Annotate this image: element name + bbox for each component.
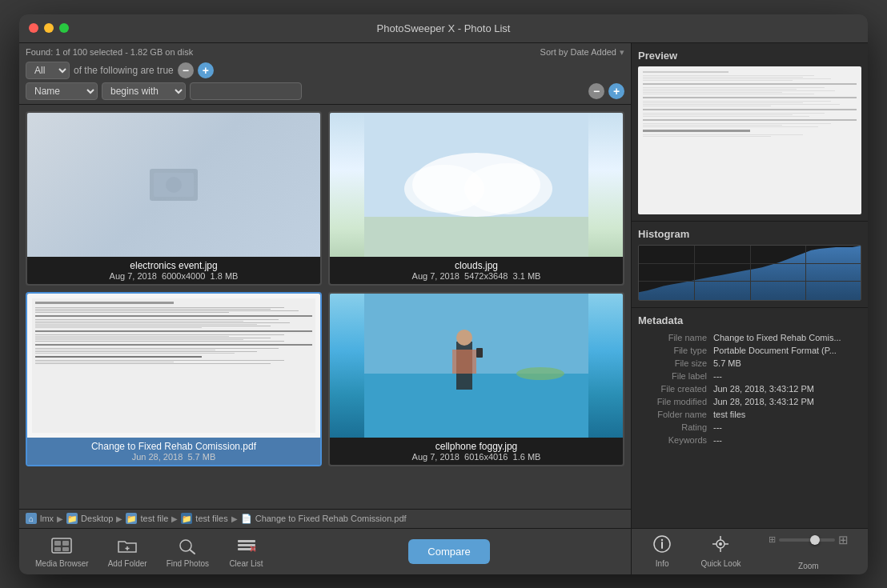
photo-item-cellphone[interactable]: cellphone foggy.jpg Aug 7, 2018 6016x401… xyxy=(328,292,624,466)
compare-button[interactable]: Compare xyxy=(408,539,489,564)
metadata-label: File name xyxy=(638,331,710,344)
histogram-section: Histogram xyxy=(632,222,868,308)
right-toolbar: Info Quick Look xyxy=(632,528,868,574)
folder-icon-1: 📁 xyxy=(66,513,78,524)
histogram-canvas xyxy=(638,245,861,301)
photo-item-document[interactable]: Change to Fixed Rehab Comission.pdf Jun … xyxy=(26,292,322,466)
breadcrumb-testfile[interactable]: 📁 test file xyxy=(126,513,168,524)
preview-image xyxy=(638,66,861,214)
metadata-title: Metadata xyxy=(638,314,861,326)
breadcrumb-arrow-2: ▶ xyxy=(116,514,122,523)
info-icon xyxy=(652,534,672,558)
traffic-lights xyxy=(29,23,69,33)
breadcrumb-desktop-label: Desktop xyxy=(81,514,113,523)
zoom-control: ⊞ ⊞ Zoom xyxy=(764,530,853,574)
topbar: Found: 1 of 100 selected - 1.82 GB on di… xyxy=(19,43,631,105)
zoom-slider-thumb xyxy=(810,535,820,545)
add-folder-icon xyxy=(116,535,138,558)
hist-grid-v-3 xyxy=(805,246,806,300)
hist-grid-v-1 xyxy=(694,246,695,300)
metadata-value: --- xyxy=(710,434,861,446)
metadata-value: --- xyxy=(710,370,861,382)
info-button[interactable]: Info xyxy=(646,531,678,571)
photo-thumb-document xyxy=(27,294,320,438)
add-folder-button[interactable]: Add Folder xyxy=(100,532,155,571)
remove-filter-rule-button[interactable]: − xyxy=(588,83,604,99)
breadcrumb-home[interactable]: ⌂ lmx xyxy=(26,513,54,524)
media-browser-button[interactable]: Media Browser xyxy=(27,532,97,571)
filter-value-input[interactable] xyxy=(190,82,302,100)
photo-meta-clouds: Aug 7, 2018 5472x3648 3.1 MB xyxy=(335,271,618,281)
close-button[interactable] xyxy=(29,23,38,33)
zoom-icons-row: ⊞ ⊞ xyxy=(769,533,849,547)
svg-line-23 xyxy=(190,550,195,554)
svg-rect-13 xyxy=(452,350,476,374)
metadata-section: Metadata File name Change to Fixed Rehab… xyxy=(632,308,868,528)
breadcrumb-testfiles[interactable]: 📁 test files xyxy=(181,513,227,524)
cloud-image xyxy=(330,113,623,257)
metadata-label: Keywords xyxy=(638,434,710,446)
metadata-label: File size xyxy=(638,357,710,370)
svg-point-6 xyxy=(464,163,552,214)
info-label: Info xyxy=(656,559,669,568)
hist-grid-h-1 xyxy=(639,263,861,264)
clear-list-button[interactable]: Clear List xyxy=(220,532,272,571)
find-photos-icon xyxy=(176,535,199,558)
svg-point-34 xyxy=(719,542,722,546)
metadata-label: Folder name xyxy=(638,408,710,421)
metadata-row: Rating --- xyxy=(638,421,861,434)
metadata-row: File label --- xyxy=(638,370,861,382)
filter-condition-text: of the following are true xyxy=(74,65,174,76)
zoom-slider-container: ⊞ ⊞ Zoom xyxy=(769,533,849,570)
breadcrumb-file[interactable]: 📄 Change to Fixed Rehab Comission.pdf xyxy=(241,514,407,524)
photo-info-document: Change to Fixed Rehab Comission.pdf Jun … xyxy=(27,438,320,465)
photo-name-cellphone: cellphone foggy.jpg xyxy=(335,441,618,452)
remove-filter-button[interactable]: − xyxy=(178,62,194,78)
filter-match-select[interactable]: All Any xyxy=(26,62,70,79)
file-icon: 📄 xyxy=(241,514,252,524)
breadcrumb-testfile-label: test file xyxy=(140,514,168,523)
zoom-slider[interactable] xyxy=(779,538,835,542)
photo-item-clouds[interactable]: clouds.jpg Aug 7, 2018 5472x3648 3.1 MB xyxy=(328,111,624,286)
electronics-image xyxy=(27,113,320,257)
svg-rect-19 xyxy=(62,547,69,551)
metadata-value: Portable Document Format (P... xyxy=(710,344,861,357)
find-photos-label: Find Photos xyxy=(167,559,209,568)
photo-meta-electronics: Aug 7, 2018 6000x4000 1.8 MB xyxy=(32,271,315,281)
svg-rect-24 xyxy=(238,540,255,542)
photo-meta-cellphone: Aug 7, 2018 6016x4016 1.6 MB xyxy=(335,452,618,462)
photo-grid[interactable]: electronics event.jpg Aug 7, 2018 6000x4… xyxy=(19,105,631,509)
titlebar: PhotoSweeper X - Photo List xyxy=(19,14,868,43)
find-photos-button[interactable]: Find Photos xyxy=(159,532,217,571)
maximize-button[interactable] xyxy=(59,23,69,33)
metadata-row: Folder name test files xyxy=(638,408,861,421)
sort-control: Sort by Date Added ▾ xyxy=(540,47,624,58)
svg-point-2 xyxy=(166,177,182,193)
cellphone-image xyxy=(330,294,623,438)
metadata-value: Change to Fixed Rehab Comis... xyxy=(710,331,861,344)
metadata-label: File created xyxy=(638,382,710,395)
media-browser-icon xyxy=(50,535,73,558)
quick-look-icon xyxy=(711,534,730,558)
svg-point-10 xyxy=(516,367,564,380)
breadcrumb-testfiles-label: test files xyxy=(195,514,227,523)
metadata-row: File type Portable Document Format (P... xyxy=(638,344,861,357)
breadcrumb-arrow-1: ▶ xyxy=(57,514,63,523)
hist-grid-h-2 xyxy=(639,281,861,282)
photo-item-electronics[interactable]: electronics event.jpg Aug 7, 2018 6000x4… xyxy=(26,111,322,286)
svg-point-12 xyxy=(456,330,472,346)
filter-op-select[interactable]: begins with ends with contains is xyxy=(102,82,186,100)
minimize-button[interactable] xyxy=(44,23,54,33)
add-filter-button[interactable]: + xyxy=(198,62,214,78)
quick-look-button[interactable]: Quick Look xyxy=(694,531,747,571)
sort-arrow[interactable]: ▾ xyxy=(620,47,624,58)
breadcrumb-desktop[interactable]: 📁 Desktop xyxy=(66,513,113,524)
metadata-value: Jun 28, 2018, 3:43:12 PM xyxy=(710,382,861,395)
folder-icon-3: 📁 xyxy=(181,513,192,524)
add-filter-rule-button[interactable]: + xyxy=(608,83,624,99)
svg-rect-7 xyxy=(364,217,588,257)
content-area: Found: 1 of 100 selected - 1.82 GB on di… xyxy=(19,43,868,574)
svg-rect-14 xyxy=(476,348,483,358)
filter-field-select[interactable]: Name File Type Date Size xyxy=(26,82,98,100)
main-toolbar: Media Browser Add Folder xyxy=(19,528,631,574)
